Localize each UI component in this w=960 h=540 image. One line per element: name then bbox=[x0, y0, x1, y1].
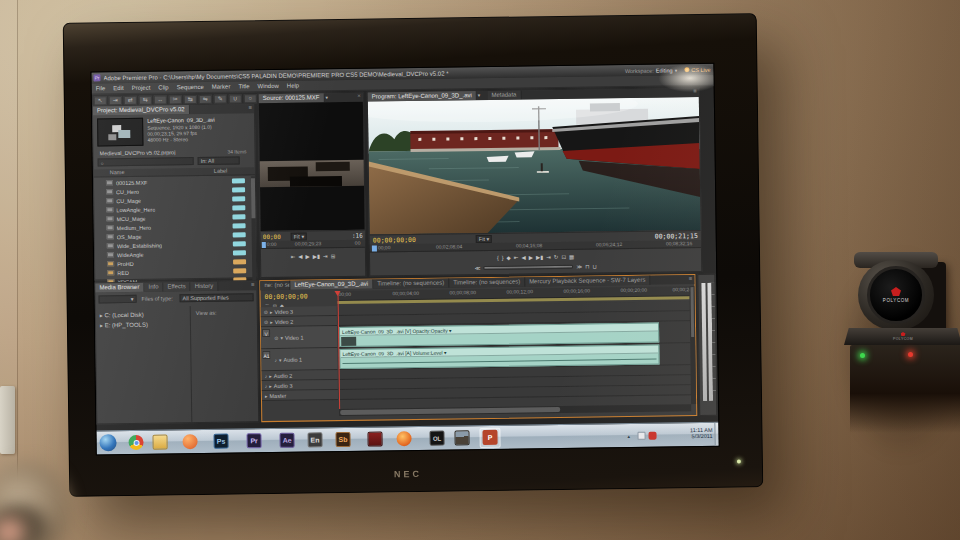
menu-help[interactable]: Help bbox=[283, 83, 303, 89]
close-icon[interactable]: × bbox=[355, 93, 363, 102]
go-to-out-button[interactable]: ⇥ bbox=[323, 253, 328, 259]
rate-stretch-tool[interactable]: ↔ bbox=[154, 95, 167, 104]
chrome-icon[interactable] bbox=[128, 435, 143, 450]
go-to-out-button[interactable]: } bbox=[502, 255, 504, 261]
step-forward-button[interactable]: ▶▮ bbox=[536, 254, 543, 260]
powerpoint-icon[interactable]: P bbox=[482, 430, 497, 445]
toggle-track-mute-icon[interactable]: ♪ bbox=[265, 373, 268, 379]
encore-icon[interactable]: En bbox=[307, 432, 322, 447]
tab-info[interactable]: Info bbox=[144, 282, 163, 291]
show-desktop-button[interactable] bbox=[714, 423, 718, 447]
collapse-icon[interactable]: ▸ bbox=[265, 393, 268, 399]
menu-edit[interactable]: Edit bbox=[109, 85, 127, 91]
tab-timeline-3[interactable]: Timeline: (no sequences) bbox=[449, 277, 525, 287]
premiere-icon[interactable]: Pr bbox=[246, 433, 261, 448]
hand-tool[interactable]: ∪ bbox=[229, 94, 242, 103]
tab-project[interactable]: Project: Medieval_DVCPro v5.02 bbox=[93, 105, 190, 115]
tab-timeline-2[interactable]: Timeline: (no sequences) bbox=[373, 278, 449, 288]
menu-sequence[interactable]: Sequence bbox=[173, 84, 208, 90]
slip-tool[interactable]: ↹ bbox=[184, 95, 197, 104]
panel-menu-icon[interactable]: ≡ bbox=[691, 88, 699, 97]
menu-project[interactable]: Project bbox=[128, 85, 155, 91]
slide-tool[interactable]: ⇋ bbox=[199, 94, 212, 103]
tray-icon[interactable] bbox=[637, 432, 645, 440]
collapse-icon[interactable]: ▸ bbox=[270, 308, 273, 314]
tab-history[interactable]: History bbox=[191, 282, 219, 291]
after-effects-icon[interactable]: Ae bbox=[279, 433, 294, 448]
soundbooth-icon[interactable]: Sb bbox=[335, 432, 350, 447]
rolling-edit-tool[interactable]: ⇆ bbox=[139, 95, 152, 104]
go-to-next-button[interactable]: ⇥ bbox=[546, 254, 551, 260]
go-to-in-button[interactable]: ⇤ bbox=[291, 254, 296, 260]
pen-tool[interactable]: ✎ bbox=[214, 94, 227, 103]
project-scrollbar[interactable] bbox=[251, 176, 257, 284]
marker-icon[interactable]: ◆ bbox=[507, 255, 511, 261]
tray-expand-icon[interactable]: ▴ bbox=[628, 433, 631, 439]
in-filter-dropdown[interactable]: In: All bbox=[198, 156, 240, 165]
location-dropdown[interactable]: ▾ bbox=[99, 295, 137, 304]
drive-item-e[interactable]: ▸ E: (HP_TOOLS) bbox=[100, 321, 148, 329]
track-header-audio1[interactable]: A1 ♪▾Audio 1 bbox=[261, 348, 337, 371]
track-select-tool[interactable]: ⇥ bbox=[109, 96, 122, 105]
menu-clip[interactable]: Clip bbox=[154, 84, 172, 90]
track-header-video1[interactable]: V ⊙▾Video 1 bbox=[261, 326, 337, 349]
toggle-track-output-icon[interactable]: ⊙ bbox=[264, 319, 268, 325]
toggle-track-output-icon[interactable]: ⊙ bbox=[274, 334, 278, 340]
jog-right-icon[interactable]: ≫ bbox=[576, 264, 582, 270]
selection-tool[interactable]: ↖ bbox=[94, 96, 107, 105]
adobe-red-app-icon[interactable] bbox=[367, 431, 382, 446]
step-back-button[interactable]: ◀ bbox=[521, 254, 525, 260]
play-button[interactable]: ▶ bbox=[306, 253, 310, 259]
source-playhead[interactable] bbox=[262, 242, 266, 248]
razor-tool[interactable]: ✂ bbox=[169, 95, 182, 104]
search-input[interactable]: ○ bbox=[98, 157, 194, 166]
tab-effects[interactable]: Effects bbox=[163, 282, 190, 291]
loop-button[interactable]: ↻ bbox=[554, 254, 559, 260]
output-button[interactable]: ▦ bbox=[569, 254, 574, 260]
column-label[interactable]: Label bbox=[214, 168, 228, 174]
menu-marker[interactable]: Marker bbox=[208, 83, 235, 89]
source-timecode[interactable]: 00;00 bbox=[263, 233, 287, 240]
tab-metadata[interactable]: Metadata bbox=[487, 90, 521, 99]
source-ruler[interactable]: 0:00 00;00;29;23 00 bbox=[261, 240, 365, 249]
tab-mercury-sequence[interactable]: Mercury Playback Sequence - SW-7 Layers bbox=[525, 276, 650, 287]
zoom-tool[interactable]: ○ bbox=[244, 94, 257, 103]
toggle-track-mute-icon[interactable]: ♪ bbox=[274, 356, 277, 362]
timeline-vscrollbar[interactable] bbox=[689, 286, 696, 404]
menu-window[interactable]: Window bbox=[253, 83, 282, 89]
explorer-folder-icon[interactable] bbox=[152, 434, 167, 449]
expand-icon[interactable]: ▾ bbox=[280, 334, 283, 340]
taskbar-clock[interactable]: 11:11 AM 5/3/2011 bbox=[662, 427, 712, 440]
source-patch-video[interactable]: V bbox=[262, 329, 270, 337]
photoshop-icon[interactable]: Ps bbox=[213, 434, 228, 449]
panel-menu-icon[interactable]: ≡ bbox=[246, 104, 254, 113]
tab-media-browser[interactable]: Media Browser bbox=[95, 283, 144, 293]
panel-menu-icon[interactable]: ≡ bbox=[687, 275, 695, 284]
toggle-track-output-icon[interactable]: ⊙ bbox=[264, 309, 268, 315]
chevron-down-icon[interactable]: ▾ bbox=[324, 93, 329, 102]
tab-timeline-active[interactable]: LeftEye-Canon_09_3D_.avi bbox=[290, 280, 373, 290]
program-timecode[interactable]: 00;00;00;00 bbox=[373, 235, 416, 244]
onlocation-icon[interactable]: OL bbox=[429, 431, 444, 446]
timeline-timecode[interactable]: 00;00;00;00 bbox=[265, 292, 308, 301]
collapse-icon[interactable]: ▸ bbox=[269, 382, 272, 388]
firefox-icon[interactable] bbox=[396, 431, 411, 446]
safe-margins-button[interactable]: ⊡ bbox=[561, 254, 566, 260]
toggle-track-mute-icon[interactable]: ♪ bbox=[265, 383, 268, 389]
source-zoom-dropdown[interactable]: Fit ▾ bbox=[291, 232, 308, 240]
go-to-in-button[interactable]: { bbox=[497, 255, 499, 261]
media-player-icon[interactable] bbox=[182, 434, 197, 449]
play-button[interactable]: ▶ bbox=[529, 254, 533, 260]
ripple-edit-tool[interactable]: ⇄ bbox=[124, 95, 137, 104]
extract-button[interactable]: ⊔ bbox=[592, 263, 596, 269]
timeline-hscrollbar[interactable] bbox=[339, 404, 691, 416]
go-to-previous-button[interactable]: ⇤ bbox=[514, 255, 519, 261]
start-button[interactable] bbox=[99, 434, 116, 451]
cs-live-button[interactable]: CS Live bbox=[691, 66, 710, 72]
collapse-icon[interactable]: ▸ bbox=[269, 372, 272, 378]
files-of-type-dropdown[interactable]: All Supported Files bbox=[180, 293, 254, 302]
step-back-button[interactable]: ◀ bbox=[298, 254, 302, 260]
program-zoom-dropdown[interactable]: Fit ▾ bbox=[476, 234, 493, 242]
column-name[interactable]: Name bbox=[110, 169, 125, 175]
chevron-down-icon[interactable]: ▾ bbox=[675, 67, 678, 73]
